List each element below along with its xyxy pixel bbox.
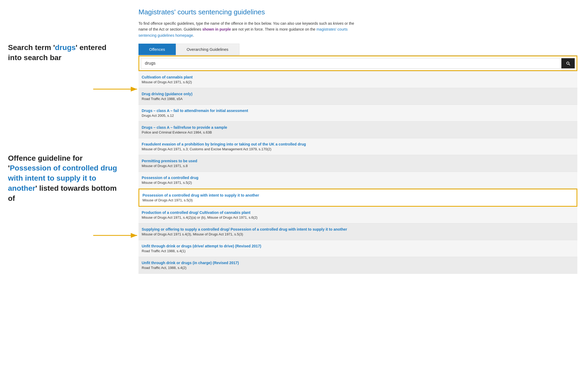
tab-overarching[interactable]: Overarching Guidelines bbox=[176, 44, 239, 55]
intro-text-3: are not yet in force. There is more guid… bbox=[231, 27, 316, 31]
result-item[interactable]: Production of a controlled drug/ Cultiva… bbox=[138, 207, 577, 223]
result-subtitle: Misuse of Drugs Act 1971, s.5(3) bbox=[142, 198, 193, 202]
result-subtitle: Police and Criminal Evidence Act 1984, s… bbox=[142, 130, 212, 134]
result-subtitle: Road Traffic Act 1988, s5A bbox=[142, 97, 183, 101]
result-link[interactable]: Possession of a controlled drug with int… bbox=[142, 193, 573, 197]
result-item[interactable]: Drugs – class A – fail to attend/remain … bbox=[138, 105, 577, 122]
annotation-search: Search term 'drugs' entered into search … bbox=[8, 43, 120, 63]
result-subtitle: Road Traffic Act, 1988, s.4(2) bbox=[142, 266, 186, 270]
result-item[interactable]: Possession of a controlled drug Misuse o… bbox=[138, 172, 577, 189]
result-link[interactable]: Cultivation of cannabis plant bbox=[142, 75, 574, 79]
result-subtitle: Misuse of Drugs Act 1971, s.4(2)(a) or (… bbox=[142, 215, 258, 219]
result-subtitle: Road Traffic Act 1988, s.4(1) bbox=[142, 249, 186, 253]
result-item[interactable]: Permitting premises to be used Misuse of… bbox=[138, 155, 577, 172]
result-item[interactable]: Unfit through drink or drugs (drive/ att… bbox=[138, 240, 577, 257]
intro-italic: knives bbox=[333, 21, 344, 26]
result-link[interactable]: Permitting premises to be used bbox=[142, 159, 574, 163]
result-subtitle: Misuse of Drugs Act 1971, s.6(2) bbox=[142, 80, 192, 84]
intro-end: . bbox=[193, 33, 194, 38]
search-wrapper bbox=[138, 56, 577, 71]
intro-paragraph: To find offence specific guidelines, typ… bbox=[138, 20, 357, 38]
result-link[interactable]: Fraudulent evasion of a prohibition by b… bbox=[142, 142, 574, 146]
search-button[interactable] bbox=[561, 58, 575, 68]
annotation-offence: Offence guideline for 'Possession of con… bbox=[8, 153, 120, 203]
result-subtitle: Drugs Act 2005, s.12 bbox=[142, 114, 174, 118]
annotation-search-highlight: drugs bbox=[55, 43, 76, 52]
search-row bbox=[141, 58, 575, 69]
result-item[interactable]: Possession of a controlled drug with int… bbox=[138, 189, 577, 207]
result-link[interactable]: Possession of a controlled drug bbox=[142, 176, 574, 180]
search-icon bbox=[566, 61, 570, 66]
result-link[interactable]: Drugs – class A – fail/refuse to provide… bbox=[142, 125, 574, 130]
result-subtitle: Misuse of Drugs Act 1971, s.8 bbox=[142, 164, 188, 168]
result-item[interactable]: Supplying or offering to supply a contro… bbox=[138, 223, 577, 240]
result-link[interactable]: Supplying or offering to supply a contro… bbox=[142, 227, 574, 231]
result-item[interactable]: Drugs – class A – fail/refuse to provide… bbox=[138, 122, 577, 138]
tab-offences[interactable]: Offences bbox=[138, 44, 176, 55]
intro-text-1: To find offence specific guidelines, typ… bbox=[138, 21, 333, 26]
result-subtitle: Misuse of Drugs Act 1971 s.4(3), Misuse … bbox=[142, 232, 243, 236]
intro-bold: shown in purple bbox=[202, 27, 231, 31]
result-subtitle: Misuse of Drugs Act 1971, s.3; Customs a… bbox=[142, 147, 271, 151]
result-link[interactable]: Drug driving (guidance only) bbox=[142, 92, 574, 96]
result-link[interactable]: Unfit through drink or drugs (in charge)… bbox=[142, 261, 574, 265]
annotation-search-prefix: Search term ' bbox=[8, 43, 55, 52]
result-link[interactable]: Unfit through drink or drugs (drive/ att… bbox=[142, 244, 574, 248]
result-item[interactable]: Fraudulent evasion of a prohibition by b… bbox=[138, 138, 577, 155]
result-link[interactable]: Production of a controlled drug/ Cultiva… bbox=[142, 210, 574, 215]
result-item[interactable]: Unfit through drink or drugs (in charge)… bbox=[138, 257, 577, 274]
results-list: Cultivation of cannabis plant Misuse of … bbox=[138, 71, 577, 274]
page-title: Magistrates' courts sentencing guideline… bbox=[138, 8, 577, 16]
result-subtitle: Misuse of Drugs Act 1971, s.5(2) bbox=[142, 181, 192, 185]
result-item[interactable]: Drug driving (guidance only) Road Traffi… bbox=[138, 88, 577, 105]
result-item[interactable]: Cultivation of cannabis plant Misuse of … bbox=[138, 71, 577, 88]
search-input[interactable] bbox=[141, 58, 561, 68]
tabs-row: Offences Overarching Guidelines bbox=[138, 44, 577, 56]
result-link[interactable]: Drugs – class A – fail to attend/remain … bbox=[142, 109, 574, 113]
